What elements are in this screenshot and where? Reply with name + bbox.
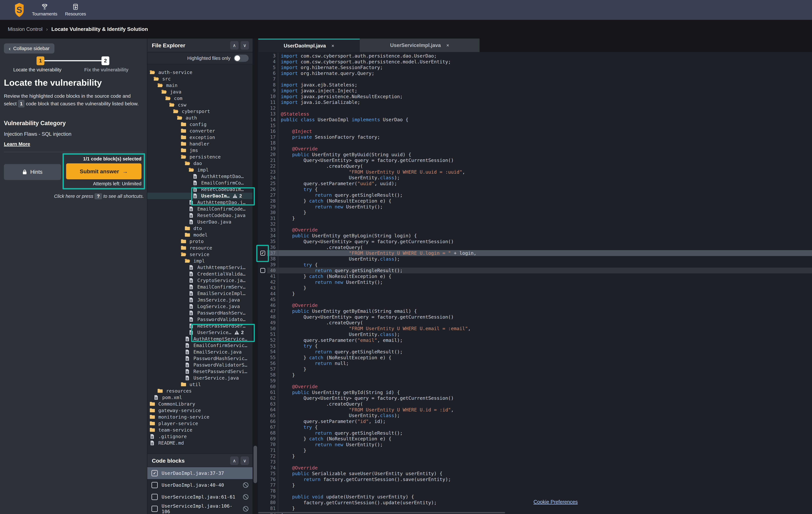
tree-item[interactable]: ResetPasswordServi… [147, 368, 253, 375]
tree-item[interactable]: proto [147, 238, 253, 245]
tree-item[interactable]: AuthAttemptService… [147, 336, 253, 342]
tree-item[interactable]: main [147, 82, 253, 89]
hints-button[interactable]: Hints [4, 164, 61, 180]
gutter-divider [278, 140, 278, 146]
close-icon[interactable]: × [446, 43, 449, 48]
code-text: import com.csw.cybersport.auth.persisten… [278, 59, 451, 64]
tree-item[interactable]: AuthAttemptServi… [147, 264, 253, 271]
tree-item[interactable]: converter [147, 128, 253, 134]
tree-item[interactable]: PasswordValidatorS… [147, 362, 253, 368]
tree-item[interactable]: dto [147, 225, 253, 232]
code-block-item[interactable]: UserServiceImpl.java:61-61 [147, 491, 253, 503]
tree-item[interactable]: dao [147, 160, 253, 167]
brand-shield-logo-icon[interactable]: S [14, 3, 25, 17]
tree-item[interactable]: java [147, 89, 253, 95]
submit-answer-button[interactable]: Submit answer → [66, 163, 141, 179]
tree-item[interactable]: config [147, 121, 253, 128]
tree-item[interactable]: com [147, 95, 253, 102]
code-block-checkbox[interactable]: ✓ [151, 470, 158, 476]
tree-item[interactable]: PasswordValidato… [147, 316, 253, 323]
code-blocks-list: ✓UserDaoImpl.java:37-37UserDaoImpl.java:… [147, 467, 253, 514]
tab-userserviceimpl[interactable]: UserServiceImpl.java × [360, 38, 480, 52]
cookie-preferences-link[interactable]: Cookie Preferences [533, 499, 578, 505]
tree-item[interactable]: model [147, 232, 253, 238]
learn-more-link[interactable]: Learn More [4, 141, 30, 147]
collapse-sidebar-button[interactable]: ‹ Collapse sidebar [4, 44, 54, 53]
stepper-connector [44, 60, 102, 61]
tab-userdaoimpl[interactable]: UserDaoImpl.java × [258, 38, 360, 52]
tree-item[interactable]: CryptoService.ja… [147, 277, 253, 283]
tree-item[interactable]: player-service [147, 420, 253, 427]
tree-item[interactable]: UserService…2 [147, 329, 253, 336]
tree-item[interactable]: src [147, 76, 253, 82]
breadcrumb-parent-link[interactable]: Mission Control [8, 26, 42, 32]
shortcuts-hint[interactable]: Click here or press ? to see all shortcu… [4, 193, 144, 199]
tree-item[interactable]: handler [147, 141, 253, 147]
tree-item[interactable]: JmsService.java [147, 297, 253, 303]
tree-item-label: resources [166, 388, 192, 394]
tree-item[interactable]: CredentialValida… [147, 271, 253, 277]
tree-item[interactable]: ResetPasswordSer… [147, 323, 253, 329]
tree-item[interactable]: auth [147, 115, 253, 121]
tree-item[interactable]: UserDaoIm…2 [147, 193, 253, 199]
code-block-item[interactable]: UserDaoImpl.java:40-40 [147, 479, 253, 491]
tree-item[interactable]: EmailConfirmCode… [147, 206, 253, 212]
line-number: 12 [267, 106, 276, 111]
nav-item-resources[interactable]: Resources [60, 0, 91, 20]
tree-item[interactable]: AuthAttemptDao… [147, 173, 253, 180]
tree-item[interactable]: service [147, 251, 253, 258]
tree-item[interactable]: UserDao.java [147, 219, 253, 225]
tree-item[interactable]: csw [147, 102, 253, 108]
close-icon[interactable]: × [331, 43, 335, 49]
code-blocks-prev-button[interactable]: ∧ [230, 456, 238, 465]
code-block-checkbox[interactable] [151, 482, 158, 488]
tree-item[interactable]: PasswordHashServic… [147, 355, 253, 362]
horizontal-scrollbar-thumb[interactable] [258, 512, 505, 513]
tree-item[interactable]: jms [147, 147, 253, 154]
tree-item[interactable]: gateway-service [147, 407, 253, 414]
tree-item[interactable]: CommonLibrary [147, 401, 253, 407]
scrollbar-thumb[interactable] [254, 446, 257, 483]
tree-item[interactable]: auth-service [147, 69, 253, 76]
tree-item[interactable]: UserService.java [147, 375, 253, 381]
line-37-checkbox[interactable]: ✓ [260, 251, 265, 255]
tree-item[interactable]: .gitignore [147, 433, 253, 440]
tree-item[interactable]: LogService.java [147, 303, 253, 310]
explorer-next-button[interactable]: ∨ [240, 41, 249, 50]
explorer-scrollbar[interactable] [253, 38, 258, 514]
nav-item-tournaments[interactable]: Tournaments [29, 0, 60, 20]
tree-item[interactable]: cybersport [147, 108, 253, 115]
tree-item[interactable]: resources [147, 388, 253, 394]
line-40-checkbox[interactable] [260, 268, 265, 273]
file-icon [193, 174, 198, 179]
folder-open-icon [177, 115, 183, 120]
tree-item[interactable]: EmailServiceImpl… [147, 290, 253, 297]
tree-item[interactable]: exception [147, 134, 253, 141]
tree-item[interactable]: team-service [147, 427, 253, 433]
tree-item[interactable]: EmailConfirmServic… [147, 342, 253, 349]
tree-item[interactable]: PasswordHashServ… [147, 310, 253, 316]
tree-item[interactable]: README.md [147, 440, 253, 446]
line-number: 40 [267, 268, 276, 273]
code-block-checkbox[interactable] [151, 506, 158, 512]
highlighted-files-toggle[interactable] [234, 55, 249, 62]
tree-item[interactable]: impl [147, 167, 253, 173]
tree-item[interactable]: resource [147, 245, 253, 251]
tree-item[interactable]: EmailService.java [147, 349, 253, 355]
code-blocks-next-button[interactable]: ∨ [240, 456, 249, 465]
code-block-checkbox[interactable] [151, 494, 158, 500]
explorer-prev-button[interactable]: ∧ [230, 41, 238, 50]
tree-item[interactable]: impl [147, 258, 253, 264]
tree-item[interactable]: EmailConfirmCo… [147, 180, 253, 186]
tree-item[interactable]: monitoring-service [147, 414, 253, 420]
tree-item-label: CredentialValida… [197, 271, 245, 277]
code-block-item[interactable]: UserServiceImpl.java:106-106 [147, 503, 253, 514]
tree-item[interactable]: util [147, 381, 253, 388]
tree-item[interactable]: ResetCodeDao.java [147, 212, 253, 219]
tree-item[interactable]: EmailConfirmServ… [147, 283, 253, 290]
tree-item[interactable]: ResetCodeDaoIm… [147, 186, 253, 193]
tree-item[interactable]: persistence [147, 154, 253, 160]
code-block-item[interactable]: ✓UserDaoImpl.java:37-37 [147, 467, 253, 479]
tree-item[interactable]: pom.xml [147, 394, 253, 401]
tree-item[interactable]: AuthAttemptDao.j… [147, 199, 253, 206]
